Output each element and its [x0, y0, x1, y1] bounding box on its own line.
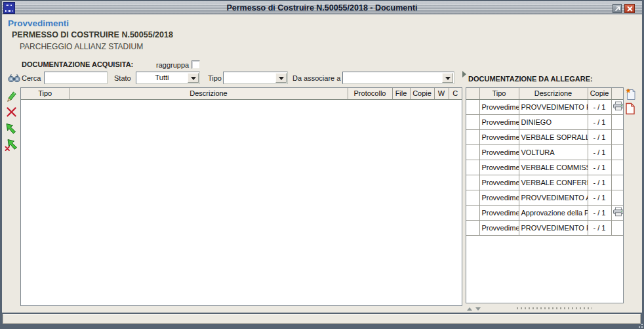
cell-print — [611, 129, 623, 144]
breadcrumb[interactable]: Provvedimenti — [8, 18, 69, 28]
row-selector-cell — [466, 175, 479, 190]
permit-subtitle: PARCHEGGIO ALLIANZ STADIUM — [20, 42, 143, 51]
table-row[interactable]: ProvvedimentiPROVVEDIMENTO FINA- / 1 — [466, 99, 623, 114]
horizontal-splitter[interactable] — [463, 305, 642, 313]
cell-print — [611, 175, 623, 190]
cell-descrizione: VERBALE SOPRALLUOG — [519, 129, 588, 144]
chevron-down-icon[interactable] — [275, 73, 287, 83]
raggruppa-label: raggruppa — [156, 61, 189, 69]
cell-tipo: Provvedimenti — [479, 220, 519, 235]
cell-tipo: Provvedimenti — [479, 160, 519, 175]
cell-tipo: Provvedimenti — [479, 114, 519, 129]
column-header-copie[interactable]: Copie — [588, 88, 611, 99]
maximize-button[interactable] — [613, 4, 622, 13]
printer-icon[interactable] — [613, 101, 624, 111]
column-header-descrizione[interactable]: Descrizione — [70, 88, 348, 99]
binoculars-icon[interactable] — [8, 74, 20, 83]
maximize-arrow-icon — [614, 6, 620, 12]
new-document-button[interactable] — [624, 87, 637, 100]
column-header-descrizione[interactable]: Descrizione — [519, 88, 588, 99]
resize-grip[interactable] — [638, 323, 643, 328]
da-associare-label: Da associare a — [292, 74, 340, 82]
cell-print — [611, 144, 623, 160]
row-selector-cell — [466, 114, 479, 129]
column-header[interactable] — [466, 88, 479, 99]
tipo-label: Tipo — [208, 74, 222, 82]
app-window: Permesso di Costruire N.50055/2018 - Doc… — [0, 0, 644, 329]
pencil-icon — [5, 90, 18, 103]
column-header-c[interactable]: C — [449, 88, 462, 99]
search-input[interactable] — [44, 72, 108, 84]
column-header-file[interactable]: File — [392, 88, 410, 99]
associate-button[interactable] — [3, 121, 19, 136]
chevron-down-icon[interactable] — [188, 73, 199, 83]
acquired-documents-table: TipoDescrizioneProtocolloFileCopieWC — [20, 87, 462, 306]
cell-descrizione: VERBALE CONFERENZA — [519, 175, 588, 190]
new-document-icon — [625, 88, 636, 100]
chevron-down-icon[interactable] — [442, 73, 453, 83]
table-row[interactable]: ProvvedimentiApprovazione della Pro- / 1 — [466, 205, 623, 220]
splitter-grip[interactable] — [517, 307, 592, 309]
cell-copie: - / 1 — [588, 114, 611, 129]
table-row[interactable]: ProvvedimentiPROVVEDIMENTO ACC- / 1 — [466, 190, 623, 205]
printer-icon[interactable] — [613, 207, 624, 217]
row-selector-cell — [466, 205, 479, 220]
section-label-da-allegare: DOCUMENTAZIONE DA ALLEGARE: — [468, 75, 593, 83]
column-header-copie[interactable]: Copie — [410, 88, 434, 99]
green-arrow-remove-icon — [5, 138, 18, 151]
table-row[interactable]: ProvvedimentiVOLTURA- / 1 — [466, 144, 623, 160]
red-document-icon — [625, 102, 635, 115]
delete-button[interactable] — [3, 104, 19, 120]
splitter-expand-up-icon[interactable] — [467, 307, 472, 311]
cell-copie: - / 1 — [588, 175, 611, 190]
tipo-select[interactable] — [223, 72, 288, 84]
cell-print — [611, 220, 623, 235]
column-header-tipo[interactable]: Tipo — [21, 88, 70, 99]
green-arrow-icon — [5, 122, 18, 135]
cell-descrizione: PROVVEDIMENTO FINA — [519, 99, 588, 114]
cell-descrizione: PROVVEDIMENTO FINA — [519, 220, 588, 235]
permit-title: PERMESSO DI COSTRUIRE N.50055/2018 — [12, 30, 173, 39]
column-header[interactable] — [611, 88, 623, 99]
raggruppa-checkbox[interactable] — [191, 60, 200, 69]
titlebar[interactable]: Permesso di Costruire N.50055/2018 - Doc… — [2, 1, 642, 14]
row-selector-cell — [466, 190, 479, 205]
cell-tipo: Provvedimenti — [479, 205, 519, 220]
edit-button[interactable] — [3, 89, 19, 104]
cell-copie: - / 1 — [588, 144, 611, 160]
stato-label: Stato — [114, 74, 131, 82]
cell-descrizione: DINIEGO — [519, 114, 588, 129]
column-header-tipo[interactable]: Tipo — [479, 88, 519, 99]
to-attach-table-body: ProvvedimentiPROVVEDIMENTO FINA- / 1 Pro… — [466, 99, 623, 235]
status-bar — [3, 314, 641, 324]
cell-print — [611, 99, 623, 114]
empty-document-button[interactable] — [624, 102, 637, 115]
column-header-w[interactable]: W — [434, 88, 449, 99]
to-attach-table-header: TipoDescrizioneCopie — [466, 88, 623, 99]
cell-copie: - / 1 — [588, 99, 611, 114]
cell-descrizione: Approvazione della Pro — [519, 205, 588, 220]
section-label-acquisita: DOCUMENTAZIONE ACQUISITA: — [22, 60, 133, 68]
stato-select[interactable]: Tutti — [136, 72, 200, 84]
da-associare-select[interactable] — [342, 72, 454, 84]
main-content: Provvedimenti PERMESSO DI COSTRUIRE N.50… — [2, 14, 642, 313]
cell-tipo: Provvedimenti — [479, 144, 519, 160]
cell-copie: - / 1 — [588, 220, 611, 235]
column-header-protocollo[interactable]: Protocollo — [348, 88, 392, 99]
cell-tipo: Provvedimenti — [479, 129, 519, 144]
cell-descrizione: PROVVEDIMENTO ACC — [519, 190, 588, 205]
cell-print — [611, 114, 623, 129]
table-row[interactable]: ProvvedimentiVERBALE SOPRALLUOG- / 1 — [466, 129, 623, 144]
table-row[interactable]: ProvvedimentiDINIEGO- / 1 — [466, 114, 623, 129]
cell-tipo: Provvedimenti — [479, 190, 519, 205]
row-selector-cell — [466, 220, 479, 235]
table-row[interactable]: ProvvedimentiPROVVEDIMENTO FINA- / 1 — [466, 220, 623, 235]
row-selector-cell — [466, 129, 479, 144]
table-row[interactable]: ProvvedimentiVERBALE CONFERENZA- / 1 — [466, 175, 623, 190]
close-button[interactable] — [624, 4, 635, 13]
cell-descrizione: VERBALE COMMISSION — [519, 160, 588, 175]
splitter-expand-down-icon[interactable] — [475, 307, 481, 311]
table-row[interactable]: ProvvedimentiVERBALE COMMISSION- / 1 — [466, 160, 623, 175]
to-attach-documents-table: TipoDescrizioneCopie ProvvedimentiPROVVE… — [466, 87, 624, 303]
dissociate-button[interactable] — [3, 137, 19, 152]
